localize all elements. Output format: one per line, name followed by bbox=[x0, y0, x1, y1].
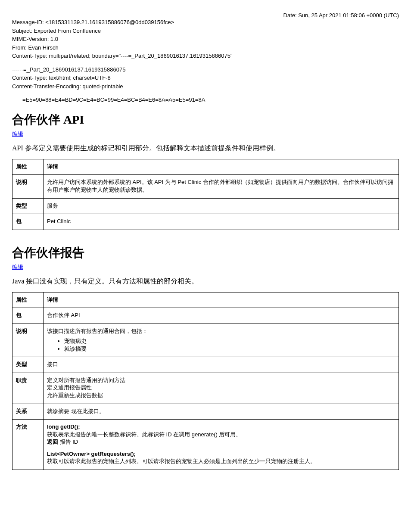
partner-api-table: 属性 详情 说明 允许用户访问本系统的外部系统的 API。该 API 为与 Pe… bbox=[12, 159, 399, 230]
col-details: 详情 bbox=[44, 292, 399, 308]
partner-report-title: 合作伙伴报告 bbox=[12, 245, 399, 261]
partner-api-title: 合作伙伴 API bbox=[12, 112, 399, 128]
resp-line: 定义对所有报告通用的访问方法 bbox=[47, 376, 395, 384]
method-signature: List<PetOwner> getRequesters(); bbox=[47, 451, 136, 457]
row-label-methods: 方法 bbox=[12, 420, 44, 470]
meta-from: From: Evan Hirsch bbox=[12, 44, 399, 52]
row-value-type: 接口 bbox=[44, 357, 399, 373]
table-row: 类型 接口 bbox=[12, 357, 399, 373]
list-item: 就诊摘要 bbox=[64, 345, 395, 353]
row-label-type: 类型 bbox=[12, 198, 44, 214]
row-label-description: 说明 bbox=[12, 324, 44, 357]
row-label-package: 包 bbox=[12, 214, 44, 230]
meta-ctype2: Content-Type: text/html; charset=UTF-8 bbox=[12, 74, 399, 82]
desc-list: 宠物病史 就诊摘要 bbox=[47, 337, 395, 352]
method-return-value: 报告 ID bbox=[60, 439, 78, 445]
col-property: 属性 bbox=[12, 292, 44, 308]
row-value-package: Pet Clinic bbox=[44, 214, 399, 230]
method-description: 获取表示此报告的唯一长整数标识符。此标识符 ID 在调用 generate() … bbox=[47, 431, 395, 439]
table-row: 说明 该接口描述所有报告的通用合同，包括： 宠物病史 就诊摘要 bbox=[12, 324, 399, 357]
row-value-methods: long getID(); 获取表示此报告的唯一长整数标识符。此标识符 ID 在… bbox=[44, 420, 399, 470]
partner-report-description: Java 接口没有实现，只有定义。只有方法和属性的部分相关。 bbox=[12, 277, 399, 286]
table-row: 职责 定义对所有报告通用的访问方法 定义通用报告属性 允许重新生成报告数据 bbox=[12, 373, 399, 404]
table-row: 类型 服务 bbox=[12, 198, 399, 214]
table-row: 包 合作伙伴 API bbox=[12, 308, 399, 324]
table-row: 方法 long getID(); 获取表示此报告的唯一长整数标识符。此标识符 I… bbox=[12, 420, 399, 470]
partner-api-edit-link[interactable]: 编辑 bbox=[12, 130, 23, 138]
method-description: 获取可以请求此报告的宠物主人列表。可以请求报告的宠物主人必须是上面列出的至少一只… bbox=[47, 457, 395, 465]
method-signature: long getID(); bbox=[47, 423, 80, 430]
export-date: Date: Sun, 25 Apr 2021 01:58:06 +0000 (U… bbox=[12, 12, 399, 19]
meta-mime: MIME-Version: 1.0 bbox=[12, 35, 399, 43]
table-row: 说明 允许用户访问本系统的外部系统的 API。该 API 为与 Pet Clin… bbox=[12, 175, 399, 198]
meta-subject: Subject: Exported From Confluence bbox=[12, 27, 399, 35]
row-label-type: 类型 bbox=[12, 357, 44, 373]
list-item: 宠物病史 bbox=[64, 337, 395, 345]
table-header-row: 属性 详情 bbox=[12, 159, 399, 175]
meta-encoded-title: =E5=90=88=E4=BD=9C=E4=BC=99=E4=BC=B4=E6=… bbox=[12, 96, 399, 104]
row-value-relationships: 就诊摘要 现在此接口。 bbox=[44, 404, 399, 420]
meta-msgid: Message-ID: <1815331139.21.1619315886076… bbox=[12, 19, 399, 26]
row-value-description: 该接口描述所有报告的通用合同，包括： 宠物病史 就诊摘要 bbox=[44, 324, 399, 357]
partner-report-table: 属性 详情 包 合作伙伴 API 说明 该接口描述所有报告的通用合同，包括： 宠… bbox=[12, 292, 399, 470]
row-value-description: 允许用户访问本系统的外部系统的 API。该 API 为与 Pet Clinic … bbox=[44, 175, 399, 198]
meta-ctype: Content-Type: multipart/related; boundar… bbox=[12, 52, 399, 60]
row-label-package: 包 bbox=[12, 308, 44, 324]
table-row: 关系 就诊摘要 现在此接口。 bbox=[12, 404, 399, 420]
desc-intro: 该接口描述所有报告的通用合同，包括： bbox=[47, 328, 148, 334]
row-label-responsibilities: 职责 bbox=[12, 373, 44, 404]
col-details: 详情 bbox=[44, 159, 399, 175]
meta-cenc: Content-Transfer-Encoding: quoted-printa… bbox=[12, 83, 399, 90]
row-label-description: 说明 bbox=[12, 175, 44, 198]
row-value-responsibilities: 定义对所有报告通用的访问方法 定义通用报告属性 允许重新生成报告数据 bbox=[44, 373, 399, 404]
export-meta: Message-ID: <1815331139.21.1619315886076… bbox=[12, 19, 399, 104]
row-label-relationships: 关系 bbox=[12, 404, 44, 420]
method-return-label: 返回 bbox=[47, 439, 58, 445]
row-value-type: 服务 bbox=[44, 198, 399, 214]
table-header-row: 属性 详情 bbox=[12, 292, 399, 308]
resp-line: 定义通用报告属性 bbox=[47, 384, 395, 392]
col-property: 属性 bbox=[12, 159, 44, 175]
partner-report-edit-link[interactable]: 编辑 bbox=[12, 263, 23, 271]
row-value-package: 合作伙伴 API bbox=[44, 308, 399, 324]
resp-line: 允许重新生成报告数据 bbox=[47, 392, 395, 399]
meta-boundary: ------=_Part_20_1869016137.1619315886075 bbox=[12, 66, 399, 74]
table-row: 包 Pet Clinic bbox=[12, 214, 399, 230]
partner-api-description: API 参考定义需要使用生成的标记和引用部分。包括解释文本描述前提条件和使用样例… bbox=[12, 144, 399, 153]
